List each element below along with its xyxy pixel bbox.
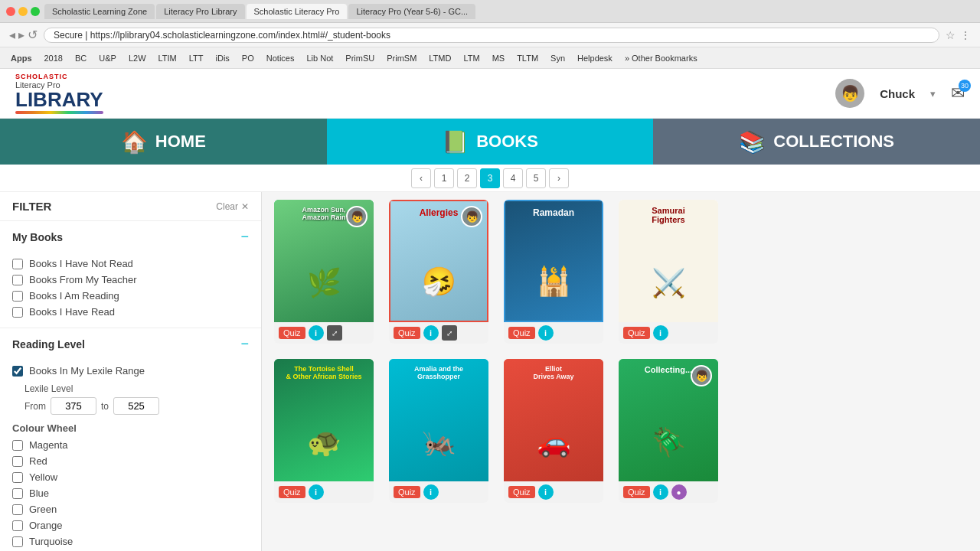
book-card-elliot[interactable]: ElliotDrives Away 🚗 Quiz i: [504, 359, 603, 503]
filter-clear-button[interactable]: Clear ✕: [216, 201, 249, 212]
expand-button-allergies[interactable]: ⤢: [442, 325, 457, 341]
bookmark-tltm[interactable]: TLTM: [512, 52, 543, 64]
page-4-btn[interactable]: 4: [503, 168, 523, 188]
checkbox-have-read[interactable]: [12, 307, 23, 318]
mail-icon[interactable]: ✉ 30: [951, 83, 965, 103]
browser-tab-2[interactable]: Literacy Pro Library: [156, 4, 244, 19]
filter-item-am-reading: Books I Am Reading: [12, 288, 249, 304]
quiz-button-tortoise[interactable]: Quiz: [279, 486, 305, 498]
checkbox-am-reading[interactable]: [12, 291, 23, 302]
address-input[interactable]: Secure | https://lplibrary04.scholasticl…: [44, 28, 939, 43]
label-green: Green: [29, 504, 57, 515]
quiz-button-amazon[interactable]: Quiz: [279, 327, 305, 339]
nav-controls: ◂ ▸ ↺: [9, 28, 38, 42]
browser-tab-4[interactable]: Literacy Pro (Year 5-6) - GC...: [348, 4, 475, 19]
info-button-samurai[interactable]: i: [653, 325, 668, 341]
browser-tab-3[interactable]: Scholastic Literacy Pro: [247, 4, 348, 19]
info-button-amalia[interactable]: i: [423, 484, 439, 500]
menu-icon[interactable]: ⋮: [960, 29, 971, 41]
book-card-ramadan[interactable]: Ramadan 🕌 Quiz i: [504, 200, 603, 344]
book-cover-tortoise: The Tortoise Shell& Other African Storie…: [274, 359, 374, 481]
book-cover-amalia: Amalia and theGrasshopper 🦗: [389, 359, 488, 481]
minimize-dot[interactable]: [18, 7, 28, 16]
bookmark-more[interactable]: » Other Bookmarks: [620, 52, 702, 64]
book-card-amazon[interactable]: Amazon Sun,Amazon Rain 🌿 👦 Quiz i ⤢: [274, 200, 374, 344]
special-button-collecting[interactable]: ●: [671, 484, 687, 500]
bookmark-star-icon[interactable]: ☆: [946, 29, 956, 41]
checkbox-orange[interactable]: [12, 520, 23, 531]
maximize-dot[interactable]: [31, 7, 40, 16]
bookmark-apps[interactable]: Apps: [6, 52, 37, 64]
info-button-ramadan[interactable]: i: [538, 325, 554, 341]
avatar[interactable]: 👦: [835, 79, 864, 108]
quiz-button-allergies[interactable]: Quiz: [394, 327, 420, 339]
bookmark-uandp[interactable]: U&P: [94, 52, 121, 64]
quiz-button-samurai[interactable]: Quiz: [623, 327, 650, 339]
book-card-collecting[interactable]: Collecting... 🪲 👦 Quiz i ●: [619, 359, 718, 503]
nav-collections[interactable]: 📚 COLLECTIONS: [653, 119, 980, 165]
bookmark-helpdesk[interactable]: Helpdesk: [573, 52, 617, 64]
book-card-tortoise[interactable]: The Tortoise Shell& Other African Storie…: [274, 359, 374, 503]
quiz-button-amalia[interactable]: Quiz: [394, 486, 420, 498]
bookmark-ltt[interactable]: LTT: [185, 52, 208, 64]
quiz-button-collecting[interactable]: Quiz: [623, 486, 650, 498]
lexile-from-input[interactable]: [51, 397, 96, 415]
info-button-allergies[interactable]: i: [423, 325, 439, 341]
bookmark-po[interactable]: PO: [237, 52, 259, 64]
reload-button[interactable]: ↺: [28, 28, 38, 42]
reading-level-toggle-icon[interactable]: −: [240, 336, 249, 352]
checkbox-lexile-range[interactable]: [12, 366, 23, 377]
reading-level-header[interactable]: Reading Level −: [0, 328, 261, 360]
nav-books[interactable]: 📗 BOOKS: [327, 119, 654, 165]
close-dot[interactable]: [6, 7, 15, 16]
book-card-samurai[interactable]: SamuraiFighters ⚔️ Quiz i: [619, 200, 718, 344]
bookmark-syn[interactable]: Syn: [546, 52, 570, 64]
info-button-collecting[interactable]: i: [653, 484, 668, 500]
page-5-btn[interactable]: 5: [526, 168, 546, 188]
book-card-allergies[interactable]: Allergies 🤧 👦 Quiz i ⤢: [389, 200, 488, 344]
book-card-amalia[interactable]: Amalia and theGrasshopper 🦗 Quiz i: [389, 359, 488, 503]
bookmark-ms[interactable]: MS: [488, 52, 510, 64]
bookmark-ltm[interactable]: LTM: [459, 52, 484, 64]
browser-tab-1[interactable]: Scholastic Learning Zone: [44, 4, 155, 19]
bookmark-notices[interactable]: Notices: [262, 52, 299, 64]
my-books-toggle-icon[interactable]: −: [240, 229, 249, 245]
bookmark-idis[interactable]: iDis: [211, 52, 234, 64]
quiz-button-ramadan[interactable]: Quiz: [508, 327, 535, 339]
user-name[interactable]: Chuck: [880, 87, 915, 100]
nav-home[interactable]: 🏠 HOME: [0, 119, 327, 165]
lexile-to-input[interactable]: [113, 397, 159, 415]
info-button-elliot[interactable]: i: [538, 484, 554, 500]
checkbox-red[interactable]: [12, 456, 23, 467]
bookmark-primsu[interactable]: PrimSU: [341, 52, 379, 64]
bookmark-bc[interactable]: BC: [70, 52, 91, 64]
checkbox-green[interactable]: [12, 504, 23, 515]
forward-button[interactable]: ▸: [18, 28, 24, 42]
user-dropdown-icon[interactable]: ▾: [930, 88, 936, 99]
page-next-btn[interactable]: ›: [549, 168, 569, 188]
bookmark-ltmd[interactable]: LTMD: [424, 52, 456, 64]
bookmark-2018[interactable]: 2018: [40, 52, 67, 64]
quiz-button-elliot[interactable]: Quiz: [508, 486, 535, 498]
info-button-tortoise[interactable]: i: [309, 484, 324, 500]
checkbox-turquoise[interactable]: [12, 536, 23, 547]
page-prev-btn[interactable]: ‹: [411, 168, 431, 188]
checkbox-from-teacher[interactable]: [12, 275, 23, 285]
bookmark-ltim[interactable]: LTIM: [154, 52, 181, 64]
bookmark-libnot[interactable]: Lib Not: [302, 52, 338, 64]
book-cover-amazon: Amazon Sun,Amazon Rain 🌿: [274, 200, 374, 322]
filter-item-lexile-range: Books In My Lexile Range: [12, 363, 249, 379]
page-2-btn[interactable]: 2: [457, 168, 477, 188]
my-books-header[interactable]: My Books −: [0, 221, 261, 253]
bookmark-primsm[interactable]: PrimSM: [382, 52, 421, 64]
checkbox-not-read[interactable]: [12, 259, 23, 269]
checkbox-magenta[interactable]: [12, 440, 23, 451]
bookmark-l2w[interactable]: L2W: [124, 52, 151, 64]
checkbox-blue[interactable]: [12, 488, 23, 499]
checkbox-yellow[interactable]: [12, 472, 23, 483]
page-1-btn[interactable]: 1: [434, 168, 454, 188]
page-3-btn[interactable]: 3: [480, 168, 500, 188]
back-button[interactable]: ◂: [9, 28, 15, 42]
info-button-amazon[interactable]: i: [309, 325, 324, 341]
expand-button-amazon[interactable]: ⤢: [327, 325, 342, 341]
